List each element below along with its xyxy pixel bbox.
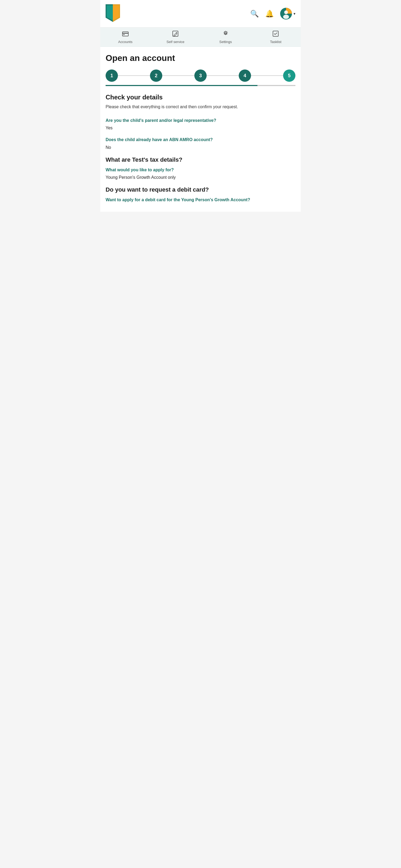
step-4[interactable]: 4 (239, 69, 251, 82)
tasklist-label: Tasklist (270, 40, 281, 44)
subsection-debit-title: Do you want to request a debit card? (105, 186, 296, 193)
step-3[interactable]: 3 (194, 69, 207, 82)
subsection-tax-title: What are Test's tax details? (105, 156, 296, 163)
step-indicators: 1 2 3 4 5 (105, 69, 296, 86)
qa-pair-2: Does the child already have an ABN AMRO … (105, 137, 296, 150)
notification-icon[interactable]: 🔔 (265, 10, 274, 18)
settings-icon (223, 31, 228, 38)
self-service-label: Self service (166, 40, 184, 44)
question-2: Does the child already have an ABN AMRO … (105, 137, 296, 143)
subsection-tax-question-1: What would you like to apply for? (105, 167, 296, 173)
accounts-label: Accounts (118, 40, 132, 44)
answer-2: No (105, 145, 296, 150)
svg-point-2 (283, 15, 289, 19)
user-avatar-wrapper[interactable]: ▾ (280, 8, 296, 20)
section-description: Please check that everything is correct … (105, 104, 296, 110)
tab-tasklist[interactable]: Tasklist (251, 31, 301, 44)
tasklist-icon (273, 31, 279, 38)
svg-point-1 (284, 10, 288, 14)
progress-bar (105, 85, 296, 86)
tab-accounts[interactable]: Accounts (100, 31, 151, 44)
question-1: Are you the child's parent and/or legal … (105, 118, 296, 123)
step-5[interactable]: 5 (283, 69, 296, 82)
subsection-debit-question-1: Want to apply for a debit card for the Y… (105, 197, 296, 203)
svg-rect-5 (123, 34, 125, 35)
svg-rect-4 (122, 33, 128, 34)
step-line-1 (118, 75, 150, 76)
progress-bar-fill (105, 85, 257, 86)
app-header: 🔍 🔔 ▾ (100, 0, 301, 28)
step-line-4 (251, 75, 283, 76)
nav-tabs: Accounts Self service Settings (100, 28, 301, 47)
header-icons: 🔍 🔔 ▾ (250, 8, 296, 20)
settings-label: Settings (219, 40, 232, 44)
tab-self-service[interactable]: Self service (151, 31, 201, 44)
avatar (280, 8, 292, 20)
main-content: Open an account 1 2 3 4 5 Check your det… (100, 47, 301, 212)
subsection-debit: Do you want to request a debit card? Wan… (105, 186, 296, 203)
section-title: Check your details (105, 94, 296, 101)
chevron-down-icon: ▾ (294, 11, 296, 16)
step-line-3 (207, 75, 239, 76)
subsection-tax: What are Test's tax details? What would … (105, 156, 296, 180)
svg-rect-3 (122, 32, 128, 36)
self-service-icon (173, 31, 178, 38)
search-icon[interactable]: 🔍 (250, 10, 259, 18)
step-2[interactable]: 2 (150, 69, 162, 82)
step-line-2 (162, 75, 194, 76)
subsection-tax-answer-1: Young Person's Growth Account only (105, 175, 296, 180)
accounts-icon (122, 31, 129, 38)
step-1[interactable]: 1 (105, 69, 118, 82)
answer-1: Yes (105, 126, 296, 130)
logo (105, 4, 120, 23)
qa-pair-1: Are you the child's parent and/or legal … (105, 118, 296, 130)
tab-settings[interactable]: Settings (201, 31, 251, 44)
page-title: Open an account (105, 53, 296, 63)
